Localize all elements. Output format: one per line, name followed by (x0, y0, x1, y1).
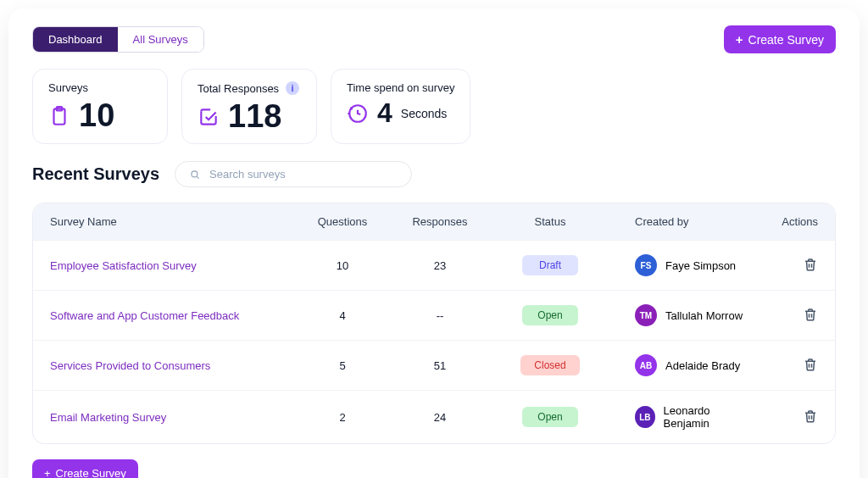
responses-cell: 24 (389, 411, 491, 424)
creator-cell: FSFaye Simpson (609, 254, 750, 276)
recent-title: Recent Surveys (32, 164, 159, 184)
status-badge: Open (522, 407, 578, 427)
stat-time-unit: Seconds (401, 107, 447, 120)
survey-name-link[interactable]: Employee Satisfaction Survey (50, 259, 296, 272)
stat-time-label: Time spend on survey (347, 81, 454, 94)
status-cell: Closed (491, 355, 609, 375)
avatar: TM (635, 304, 657, 326)
col-status: Status (491, 215, 609, 228)
status-cell: Draft (491, 255, 609, 275)
col-responses: Responses (389, 215, 491, 228)
table-row: Services Provided to Consumers551ClosedA… (33, 340, 835, 390)
stat-responses: Total Responses i 118 (181, 69, 317, 144)
tab-all-surveys[interactable]: All Surveys (118, 27, 203, 52)
plus-icon: + (736, 32, 743, 47)
surveys-table: Survey Name Questions Responses Status C… (32, 203, 836, 444)
status-cell: Open (491, 407, 609, 427)
survey-name-link[interactable]: Services Provided to Consumers (50, 359, 296, 372)
create-survey-button-footer[interactable]: + Create Survey (32, 459, 138, 478)
avatar: LB (635, 406, 655, 428)
check-square-icon (198, 106, 220, 128)
table-row: Employee Satisfaction Survey1023DraftFSF… (33, 240, 835, 290)
questions-cell: 4 (296, 309, 389, 322)
search-icon (189, 169, 201, 181)
stat-surveys-label: Surveys (48, 81, 152, 94)
avatar: FS (635, 254, 657, 276)
delete-button[interactable] (803, 312, 818, 325)
col-name: Survey Name (50, 215, 296, 228)
creator-cell: ABAdelaide Brady (609, 354, 750, 376)
creator-name: Faye Simpson (665, 259, 736, 272)
creator-name: Tallulah Morrow (665, 309, 743, 322)
svg-point-3 (192, 170, 198, 176)
create-survey-button[interactable]: + Create Survey (724, 25, 836, 53)
view-tabs: Dashboard All Surveys (32, 26, 204, 53)
responses-cell: 23 (389, 259, 491, 272)
col-questions: Questions (296, 215, 389, 228)
stat-time-value: 4 (377, 97, 392, 129)
delete-button[interactable] (803, 262, 818, 275)
col-created-by: Created by (609, 215, 750, 228)
status-cell: Open (491, 305, 609, 325)
survey-name-link[interactable]: Email Marketing Survey (50, 411, 296, 424)
table-row: Software and App Customer Feedback4--Ope… (33, 290, 835, 340)
search-wrap[interactable] (175, 161, 412, 187)
responses-cell: 51 (389, 359, 491, 372)
plus-icon: + (44, 467, 51, 478)
creator-cell: LBLeonardo Benjamin (609, 404, 750, 430)
search-input[interactable] (209, 168, 398, 181)
questions-cell: 10 (296, 259, 389, 272)
delete-button[interactable] (803, 362, 818, 375)
questions-cell: 2 (296, 411, 389, 424)
clipboard-icon (48, 105, 70, 127)
info-icon[interactable]: i (286, 81, 299, 95)
clock-icon (347, 103, 369, 125)
table-row: Email Marketing Survey224OpenLBLeonardo … (33, 390, 835, 443)
questions-cell: 5 (296, 359, 389, 372)
stat-surveys-value: 10 (79, 97, 114, 134)
status-badge: Closed (520, 355, 579, 375)
stat-responses-label: Total Responses (198, 82, 279, 95)
create-survey-label: Create Survey (748, 33, 824, 47)
stat-surveys: Surveys 10 (32, 69, 168, 144)
status-badge: Open (522, 305, 578, 325)
status-badge: Draft (522, 255, 578, 275)
col-actions: Actions (750, 215, 818, 228)
tab-dashboard[interactable]: Dashboard (33, 27, 118, 52)
responses-cell: -- (389, 309, 491, 322)
creator-cell: TMTallulah Morrow (609, 304, 750, 326)
delete-button[interactable] (803, 414, 818, 426)
create-survey-label-footer: Create Survey (56, 467, 126, 478)
creator-name: Adelaide Brady (665, 359, 740, 372)
creator-name: Leonardo Benjamin (664, 404, 750, 430)
survey-name-link[interactable]: Software and App Customer Feedback (50, 309, 296, 322)
stat-time: Time spend on survey 4 Seconds (331, 69, 470, 144)
avatar: AB (635, 354, 657, 376)
stat-responses-value: 118 (228, 98, 281, 135)
